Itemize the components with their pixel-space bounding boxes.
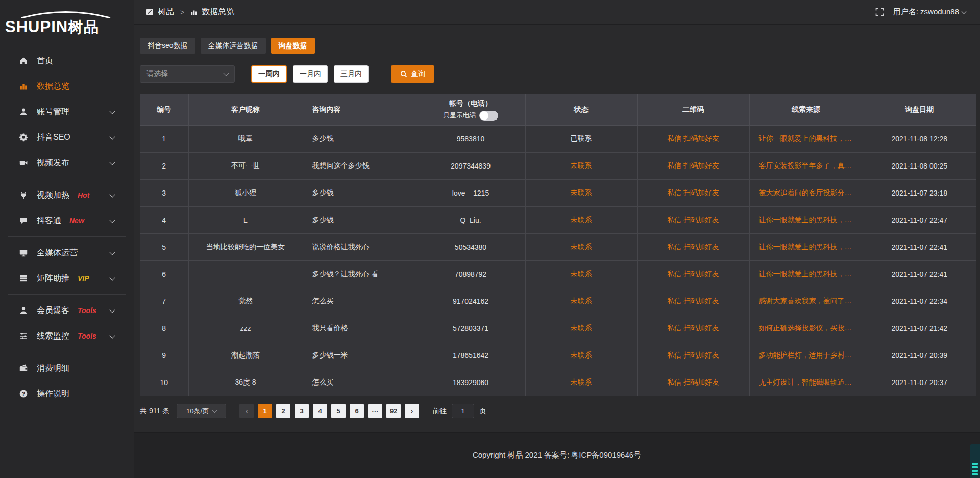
page-button-2[interactable]: 2: [276, 404, 290, 418]
tab-douyin-seo-data[interactable]: 抖音seo数据: [140, 38, 195, 54]
cell-content: 多少钱？让我死心 看: [303, 260, 416, 288]
sidebar-item-matrix-boost[interactable]: 矩阵助推 VIP: [0, 266, 134, 291]
page-button-6[interactable]: 6: [350, 404, 364, 418]
user-menu[interactable]: 用户名: zswodun88: [893, 7, 966, 17]
cell-qrcode-link[interactable]: 私信 扫码加好友: [637, 342, 749, 369]
col-header-account-title: 帐号（电话）: [449, 99, 492, 108]
phone-only-toggle[interactable]: [479, 111, 498, 121]
tab-inquiry-data[interactable]: 询盘数据: [271, 38, 315, 54]
period-week-button[interactable]: 一周内: [251, 65, 287, 83]
page-size-value: 10条/页: [186, 407, 209, 416]
total-count: 共 911 条: [140, 407, 169, 416]
next-page-button[interactable]: ›: [405, 404, 419, 418]
cell-source-link[interactable]: 无主灯设计，智能磁吸轨道灯...: [749, 369, 863, 396]
cell-source-link[interactable]: 感谢大家喜欢我家，被问了好...: [749, 288, 863, 315]
chevron-down-icon: [109, 192, 115, 197]
page-button-3[interactable]: 3: [295, 404, 309, 418]
cell-status: 未联系: [525, 206, 637, 233]
cell-account: 183929060: [416, 369, 525, 396]
plug-icon: [18, 190, 29, 200]
cell-source-link[interactable]: 让你一眼就爱上的黑科技，能...: [749, 260, 863, 288]
table-row: 10 36度 8 怎么买 183929060 未联系 私信 扫码加好友 无主灯设…: [140, 369, 976, 396]
cell-source-link[interactable]: 让你一眼就爱上的黑科技，能...: [749, 125, 863, 152]
page-button-5[interactable]: 5: [331, 404, 346, 418]
cell-source-link[interactable]: 如何正确选择投影仪，买投影...: [749, 315, 863, 342]
query-button[interactable]: 查询: [391, 65, 434, 83]
cell-qrcode-link[interactable]: 私信 扫码加好友: [637, 288, 749, 315]
cell-account: 70898792: [416, 260, 525, 288]
table-row: 9 潮起潮落 多少钱一米 178651642 未联系 私信 扫码加好友 多功能护…: [140, 342, 976, 369]
cell-qrcode-link[interactable]: 私信 扫码加好友: [637, 260, 749, 288]
page-ellipsis-button[interactable]: ···: [368, 404, 382, 418]
goto-page-input[interactable]: [452, 404, 474, 418]
filter-select[interactable]: 请选择: [140, 65, 235, 83]
chevron-down-icon: [109, 217, 115, 223]
cell-status: 未联系: [525, 179, 637, 206]
cell-status: 未联系: [525, 233, 637, 260]
cell-source-link[interactable]: 让你一眼就爱上的黑科技，能...: [749, 233, 863, 260]
cell-qrcode-link[interactable]: 私信 扫码加好友: [637, 179, 749, 206]
sidebar-item-douketong[interactable]: 抖客通 New: [0, 208, 134, 233]
cell-account: 917024162: [416, 288, 525, 315]
cell-source-link[interactable]: 多功能护栏灯，适用于乡村文...: [749, 342, 863, 369]
sidebar-item-account-management[interactable]: 账号管理: [0, 99, 134, 125]
cell-qrcode-link[interactable]: 私信 扫码加好友: [637, 152, 749, 179]
page-size-select[interactable]: 10条/页: [177, 404, 226, 418]
cell-source-link[interactable]: 被大家追着问的客厅投影分享...: [749, 179, 863, 206]
cell-account: Q_Liu.: [416, 206, 525, 233]
period-quarter-button[interactable]: 三月内: [334, 65, 369, 83]
table-header-row: 编号 客户昵称 咨询内容 帐号（电话） 只显示电话 状态 二维码: [140, 94, 976, 125]
cell-qrcode-link[interactable]: 私信 扫码加好友: [637, 206, 749, 233]
cell-no: 4: [140, 206, 188, 233]
chevron-down-icon: [223, 70, 229, 76]
sidebar-item-douyin-seo[interactable]: 抖音SEO: [0, 125, 134, 150]
chevron-down-icon: [962, 9, 967, 14]
sidebar-item-consumption-detail[interactable]: 消费明细: [0, 355, 134, 381]
member-icon: [18, 306, 29, 315]
page-button-92[interactable]: 92: [386, 404, 401, 418]
chevron-down-icon: [109, 108, 115, 114]
cell-qrcode-link[interactable]: 私信 扫码加好友: [637, 315, 749, 342]
table-row: 5 当地比较能吃的一位美女 说说价格让我死心 50534380 未联系 私信 扫…: [140, 233, 976, 260]
sidebar-item-help[interactable]: ? 操作说明: [0, 381, 134, 407]
topbar: 树品 > 数据总览 用户名: zswodun88: [134, 0, 980, 25]
sidebar-item-omni-media[interactable]: 全媒体运营: [0, 240, 134, 266]
sidebar-item-label: 账号管理: [37, 107, 69, 117]
page-button-4[interactable]: 4: [313, 404, 327, 418]
cell-status: 未联系: [525, 260, 637, 288]
cell-qrcode-link[interactable]: 私信 扫码加好友: [637, 125, 749, 152]
sidebar-item-data-overview[interactable]: 数据总览: [0, 74, 134, 99]
tab-omni-media-data[interactable]: 全媒体运营数据: [201, 38, 266, 54]
cell-source-link[interactable]: 客厅安装投影半年多了，真实...: [749, 152, 863, 179]
cell-source-link[interactable]: 让你一眼就爱上的黑科技，能...: [749, 206, 863, 233]
cell-status: 未联系: [525, 288, 637, 315]
floating-widget[interactable]: [970, 444, 980, 478]
copyright-text: Copyright 树品 2021 备案号: 粤ICP备09019646号: [473, 450, 641, 460]
page-button-1[interactable]: 1: [258, 404, 272, 418]
cell-nickname: 潮起潮落: [188, 342, 303, 369]
cell-date: 2021-11-07 20:39: [863, 342, 976, 369]
chevron-down-icon: [109, 134, 115, 139]
cell-status: 已联系: [525, 125, 637, 152]
sidebar-item-video-heating[interactable]: 视频加热 Hot: [0, 182, 134, 208]
cell-qrcode-link[interactable]: 私信 扫码加好友: [637, 233, 749, 260]
cell-date: 2021-11-07 22:34: [863, 288, 976, 315]
cell-account: 50534380: [416, 233, 525, 260]
cell-content: 多少钱一米: [303, 342, 416, 369]
sidebar-item-label: 数据总览: [37, 81, 69, 92]
period-month-button[interactable]: 一月内: [293, 65, 328, 83]
home-icon: [18, 56, 29, 65]
prev-page-button[interactable]: ‹: [239, 404, 254, 418]
breadcrumb-root[interactable]: 树品: [158, 7, 174, 17]
sidebar-item-video-publish[interactable]: 视频发布: [0, 150, 134, 176]
cell-qrcode-link[interactable]: 私信 扫码加好友: [637, 369, 749, 396]
fullscreen-icon[interactable]: [875, 8, 884, 16]
cell-nickname: zzz: [188, 315, 303, 342]
sidebar-item-member-burst[interactable]: 会员爆客 Tools: [0, 298, 134, 323]
col-header-source: 线索来源: [749, 94, 863, 125]
page-unit-label: 页: [479, 407, 486, 416]
sidebar-item-home[interactable]: 首页: [0, 48, 134, 74]
cell-no: 7: [140, 288, 188, 315]
cell-nickname: [188, 260, 303, 288]
sidebar-item-lead-monitor[interactable]: 线索监控 Tools: [0, 323, 134, 349]
